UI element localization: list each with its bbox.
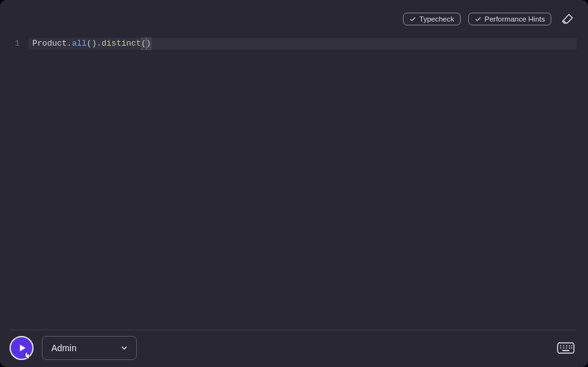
code-line: 1 Product.all().distinct()	[10, 38, 577, 49]
bottom-bar: Admin	[10, 335, 577, 361]
token-paren-open: (	[87, 38, 92, 49]
typecheck-button[interactable]: Typecheck	[403, 13, 461, 25]
svg-point-5	[571, 345, 572, 346]
token-paren-open: (	[141, 38, 146, 49]
svg-point-3	[566, 345, 567, 346]
performance-hints-label: Performance Hints	[485, 15, 545, 23]
play-icon	[18, 344, 27, 352]
svg-point-2	[563, 345, 564, 346]
eraser-icon	[561, 12, 575, 26]
token-dot: .	[67, 38, 72, 49]
keyboard-shortcuts-button[interactable]	[555, 340, 577, 356]
role-select-value: Admin	[51, 343, 77, 353]
run-button[interactable]	[10, 336, 34, 360]
role-select[interactable]: Admin	[42, 336, 137, 360]
app-window: Typecheck Performance Hints 1 Product.al…	[0, 0, 588, 367]
code-text[interactable]: Product.all().distinct()	[29, 38, 577, 49]
token-paren-close: )	[92, 38, 97, 49]
token-class: Product	[32, 38, 67, 49]
token-paren-close: )	[146, 38, 151, 49]
cursor-pointer-icon	[22, 351, 32, 363]
token-method: distinct	[101, 38, 141, 49]
keyboard-icon	[557, 342, 575, 354]
svg-point-6	[560, 347, 561, 349]
code-editor[interactable]: 1 Product.all().distinct()	[10, 38, 577, 330]
svg-point-7	[563, 347, 564, 349]
svg-point-1	[560, 345, 561, 346]
typecheck-label: Typecheck	[419, 15, 454, 23]
check-icon	[409, 16, 416, 23]
chevron-down-icon	[120, 344, 129, 352]
svg-point-9	[569, 347, 570, 349]
svg-point-4	[569, 345, 570, 346]
token-dot: .	[96, 38, 101, 49]
clear-editor-button[interactable]	[559, 10, 577, 28]
editor-toolbar: Typecheck Performance Hints	[0, 0, 588, 38]
svg-rect-11	[562, 350, 570, 351]
svg-point-8	[566, 347, 567, 349]
token-method: all	[72, 38, 86, 49]
line-number: 1	[10, 38, 29, 49]
performance-hints-button[interactable]: Performance Hints	[468, 13, 551, 25]
svg-point-10	[571, 347, 572, 349]
check-icon	[475, 16, 482, 23]
